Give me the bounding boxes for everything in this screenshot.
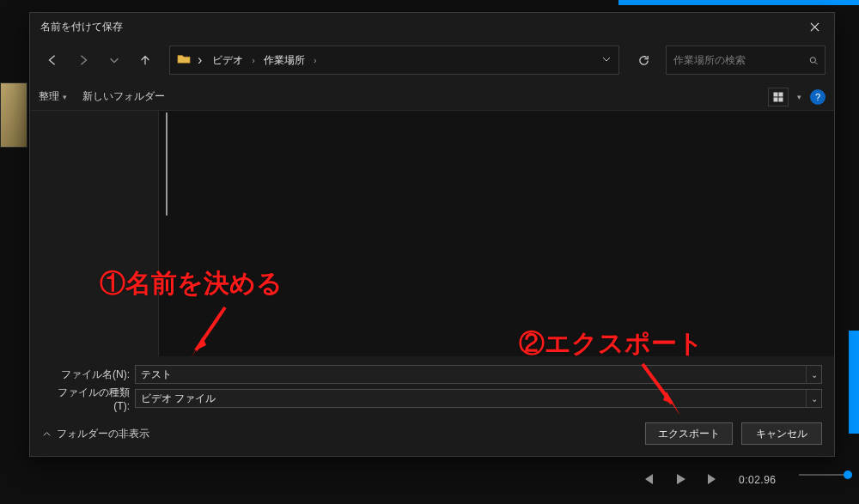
chevron-down-icon: ▾ [63,93,67,101]
toolbar: 整理 ▾ 新しいフォルダー ▾ ? [30,83,834,111]
chevron-down-icon[interactable]: ▾ [797,93,801,101]
skip-back-icon[interactable] [641,472,655,489]
export-button[interactable]: エクスポート [645,422,733,445]
hide-folders-toggle[interactable]: フォルダーの非表示 [42,427,149,441]
skip-fwd-icon[interactable] [706,472,720,489]
toolbar-label: 新しいフォルダー [82,89,165,104]
close-button[interactable] [795,13,834,40]
navigation-tree[interactable] [30,111,159,356]
address-bar[interactable]: › ビデオ › 作業場所 › [169,46,619,75]
dialog-title: 名前を付けて保存 [40,20,123,34]
play-icon[interactable] [673,472,687,489]
cancel-button[interactable]: キャンセル [741,422,822,445]
breadcrumb-chevron[interactable]: › [312,55,319,65]
search-icon [809,55,818,66]
nav-up-button[interactable] [131,46,159,74]
bottom-fields: ファイル名(N): ⌄ ファイルの種類(T): ビデオ ファイル ⌄ [30,356,834,411]
dialog-footer: フォルダーの非表示 エクスポート キャンセル [30,411,834,456]
bg-accent-bar [618,0,859,5]
breadcrumb: ビデオ › 作業場所 › [209,52,318,70]
svg-rect-3 [774,98,777,101]
file-list-pane[interactable] [159,111,834,356]
filename-label: ファイル名(N): [42,367,135,382]
chevron-down-icon[interactable]: ⌄ [806,390,821,407]
svg-rect-1 [774,93,777,96]
nav-back-button[interactable] [39,46,66,74]
filename-input[interactable] [136,368,806,380]
grid-view-icon [773,92,783,102]
bg-player-controls: 0:02.96 [636,467,859,493]
save-as-dialog: 名前を付けて保存 › ビデオ › 作業場所 › [29,12,835,457]
filetype-label: ファイルの種類(T): [42,386,135,412]
organize-menu[interactable]: 整理 ▾ [39,89,67,104]
breadcrumb-seg-2[interactable]: 作業場所 [260,52,308,70]
button-label: エクスポート [658,427,720,441]
bg-right-accent [849,331,859,434]
filename-input-wrap: ⌄ [135,365,822,384]
arrow-up-icon [139,54,151,66]
folder-icon [177,52,191,68]
help-glyph: ? [815,92,820,102]
address-dropdown-button[interactable] [601,52,612,68]
breadcrumb-seg-1[interactable]: ビデオ [209,52,247,70]
body-area [30,111,834,356]
filetype-value: ビデオ ファイル [136,392,806,406]
hide-folders-label: フォルダーの非表示 [57,427,149,441]
refresh-icon [637,54,650,67]
breadcrumb-chevron[interactable]: › [198,52,202,68]
nav-row: › ビデオ › 作業場所 › [30,40,834,83]
bg-player-time: 0:02.96 [739,474,777,486]
help-button[interactable]: ? [810,89,825,105]
new-folder-button[interactable]: 新しいフォルダー [82,89,165,104]
arrow-left-icon [46,54,58,66]
column-divider[interactable] [166,112,168,216]
titlebar: 名前を付けて保存 [30,13,834,40]
bg-volume-slider[interactable] [799,474,850,476]
filename-history-button[interactable]: ⌄ [806,366,821,383]
close-icon [810,22,819,32]
search-box[interactable] [666,46,825,75]
filetype-combobox[interactable]: ビデオ ファイル ⌄ [135,389,822,408]
nav-forward-button[interactable] [70,46,97,74]
svg-rect-4 [779,98,783,101]
svg-rect-2 [779,93,783,96]
chevron-down-icon [601,54,612,64]
button-label: キャンセル [756,427,807,441]
chevron-up-icon [42,429,52,439]
search-input[interactable] [673,54,802,66]
toolbar-label: 整理 [39,89,59,104]
refresh-button[interactable] [628,46,659,75]
svg-point-0 [810,57,815,62]
chevron-down-icon [108,54,120,66]
view-mode-button[interactable] [768,88,789,106]
breadcrumb-chevron[interactable]: › [250,55,257,65]
bg-thumbnail [0,82,27,148]
arrow-right-icon [77,54,89,66]
nav-recent-button[interactable] [101,46,128,74]
